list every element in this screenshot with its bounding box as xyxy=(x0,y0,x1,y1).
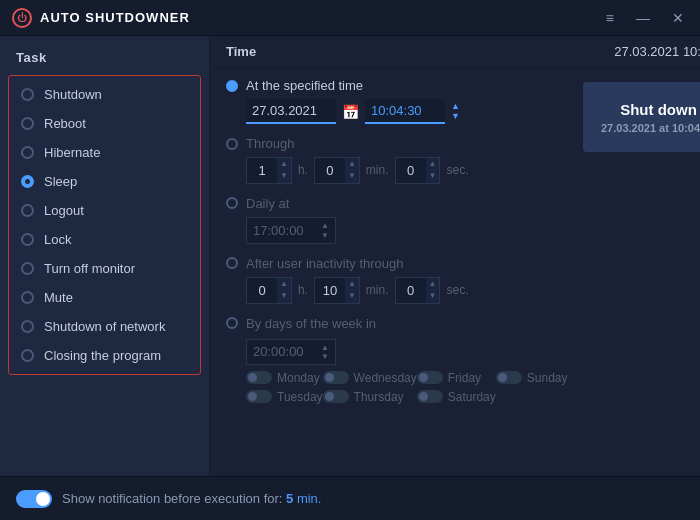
inactivity-sec-up[interactable]: ▲ xyxy=(426,278,440,290)
menu-button[interactable]: ≡ xyxy=(602,8,618,28)
inactivity-min-down[interactable]: ▼ xyxy=(345,290,359,302)
daily-down[interactable]: ▼ xyxy=(321,231,329,240)
inactivity-h-spin: ▲ ▼ xyxy=(246,277,292,304)
task-label-shutdown: Shutdown xyxy=(44,87,102,102)
inactivity-min-spin: ▲ ▼ xyxy=(314,277,360,304)
days-time-up[interactable]: ▲ xyxy=(321,343,329,352)
through-min-up[interactable]: ▲ xyxy=(345,158,359,170)
time-input[interactable] xyxy=(365,99,445,124)
day-toggle-sunday[interactable] xyxy=(496,371,522,384)
radio-specified[interactable] xyxy=(226,80,238,92)
through-min-spin: ▲ ▼ xyxy=(314,157,360,184)
day-toggle-monday[interactable] xyxy=(246,371,272,384)
task-item-sleep[interactable]: Sleep xyxy=(9,167,200,196)
radio-daily[interactable] xyxy=(226,197,238,209)
day-toggle-saturday[interactable] xyxy=(417,390,443,403)
daily-time-value: 17:00:00 xyxy=(253,223,304,238)
option-daily: Daily at 17:00:00 ▲ ▼ xyxy=(226,196,567,244)
app-title-auto: AUTO xyxy=(40,10,81,25)
task-radio-logout xyxy=(21,204,34,217)
task-label-logout: Logout xyxy=(44,203,84,218)
task-item-closing-program[interactable]: Closing the program xyxy=(9,341,200,370)
unit-h: h. xyxy=(298,163,308,177)
day-toggle-wednesday[interactable] xyxy=(323,371,349,384)
unit-min2: min. xyxy=(366,283,389,297)
radio-through[interactable] xyxy=(226,138,238,150)
task-label-mute: Mute xyxy=(44,290,73,305)
inactivity-min-input[interactable] xyxy=(315,280,345,301)
task-radio-shutdown-network xyxy=(21,320,34,333)
option-days-week: By days of the week in 20:00:00 ▲ ▼ xyxy=(226,316,567,404)
option-through-header: Through xyxy=(226,136,567,151)
daily-inputs: 17:00:00 ▲ ▼ xyxy=(226,217,567,244)
radio-inactivity[interactable] xyxy=(226,257,238,269)
day-item-friday: Friday xyxy=(417,371,496,385)
title-bar: ⏻ AUTO SHUTDOWNER ≡ — ✕ xyxy=(0,0,700,36)
minimize-button[interactable]: — xyxy=(632,8,654,28)
through-sec-arrows: ▲ ▼ xyxy=(426,158,440,183)
through-h-up[interactable]: ▲ xyxy=(277,158,291,170)
day-toggle-tuesday[interactable] xyxy=(246,390,272,403)
option-daily-header: Daily at xyxy=(226,196,567,211)
days-time-down[interactable]: ▼ xyxy=(321,352,329,361)
task-item-turn-off-monitor[interactable]: Turn off monitor xyxy=(9,254,200,283)
time-spin-arrows[interactable]: ▲ ▼ xyxy=(451,102,460,121)
shutdown-button[interactable]: Shut down 27.03.2021 at 10:04:30 xyxy=(583,82,700,152)
radio-days[interactable] xyxy=(226,317,238,329)
daily-up[interactable]: ▲ xyxy=(321,221,329,230)
through-min-down[interactable]: ▼ xyxy=(345,170,359,182)
inactivity-inputs: ▲ ▼ h. ▲ ▼ min. xyxy=(226,277,567,304)
inactivity-sec-input[interactable] xyxy=(396,280,426,301)
task-item-logout[interactable]: Logout xyxy=(9,196,200,225)
days-time-display[interactable]: 20:00:00 ▲ ▼ xyxy=(246,339,336,365)
day-toggle-friday[interactable] xyxy=(417,371,443,384)
task-item-shutdown-network[interactable]: Shutdown of network xyxy=(9,312,200,341)
notification-label: Show notification before execution for: xyxy=(62,491,282,506)
day-label-saturday: Saturday xyxy=(448,390,496,404)
sidebar: Task ShutdownRebootHibernateSleepLogoutL… xyxy=(0,36,210,476)
notification-toggle[interactable] xyxy=(16,490,52,508)
day-toggle-thursday[interactable] xyxy=(323,390,349,403)
inactivity-sec-down[interactable]: ▼ xyxy=(426,290,440,302)
option-inactivity: After user inactivity through ▲ ▼ h. xyxy=(226,256,567,304)
through-h-down[interactable]: ▼ xyxy=(277,170,291,182)
time-up-arrow[interactable]: ▲ xyxy=(451,102,460,111)
through-sec-input[interactable] xyxy=(396,160,426,181)
title-controls: ≡ — ✕ xyxy=(602,8,688,28)
daily-spin[interactable]: ▲ ▼ xyxy=(321,221,329,240)
option-specified-time: At the specified time 📅 ▲ ▼ xyxy=(226,78,567,124)
task-list: ShutdownRebootHibernateSleepLogoutLockTu… xyxy=(8,75,201,375)
inactivity-h-down[interactable]: ▼ xyxy=(277,290,291,302)
notification-text: Show notification before execution for: … xyxy=(62,491,321,506)
time-down-arrow[interactable]: ▼ xyxy=(451,112,460,121)
calendar-icon[interactable]: 📅 xyxy=(342,104,359,120)
through-sec-up[interactable]: ▲ xyxy=(426,158,440,170)
inactivity-h-input[interactable] xyxy=(247,280,277,301)
through-h-input[interactable] xyxy=(247,160,277,181)
task-item-lock[interactable]: Lock xyxy=(9,225,200,254)
task-item-reboot[interactable]: Reboot xyxy=(9,109,200,138)
power-icon: ⏻ xyxy=(12,8,32,28)
through-sec-down[interactable]: ▼ xyxy=(426,170,440,182)
task-item-shutdown[interactable]: Shutdown xyxy=(9,80,200,109)
task-radio-mute xyxy=(21,291,34,304)
day-label-tuesday: Tuesday xyxy=(277,390,323,404)
datetime-display: 27.03.2021 10:06:37 xyxy=(614,44,700,59)
task-label-closing-program: Closing the program xyxy=(44,348,161,363)
daily-time-display[interactable]: 17:00:00 ▲ ▼ xyxy=(246,217,336,244)
task-item-mute[interactable]: Mute xyxy=(9,283,200,312)
day-label-monday: Monday xyxy=(277,371,320,385)
inactivity-h-up[interactable]: ▲ xyxy=(277,278,291,290)
option-inactivity-header: After user inactivity through xyxy=(226,256,567,271)
close-button[interactable]: ✕ xyxy=(668,8,688,28)
task-radio-lock xyxy=(21,233,34,246)
bottom-bar: Show notification before execution for: … xyxy=(0,476,700,520)
through-min-input[interactable] xyxy=(315,160,345,181)
date-input[interactable] xyxy=(246,99,336,124)
inactivity-min-up[interactable]: ▲ xyxy=(345,278,359,290)
task-radio-hibernate xyxy=(21,146,34,159)
through-h-arrows: ▲ ▼ xyxy=(277,158,291,183)
app-title-main: SHUTDOWNER xyxy=(85,10,190,25)
task-item-hibernate[interactable]: Hibernate xyxy=(9,138,200,167)
days-section: 20:00:00 ▲ ▼ MondayWednesdayFridaySunday… xyxy=(226,339,567,404)
